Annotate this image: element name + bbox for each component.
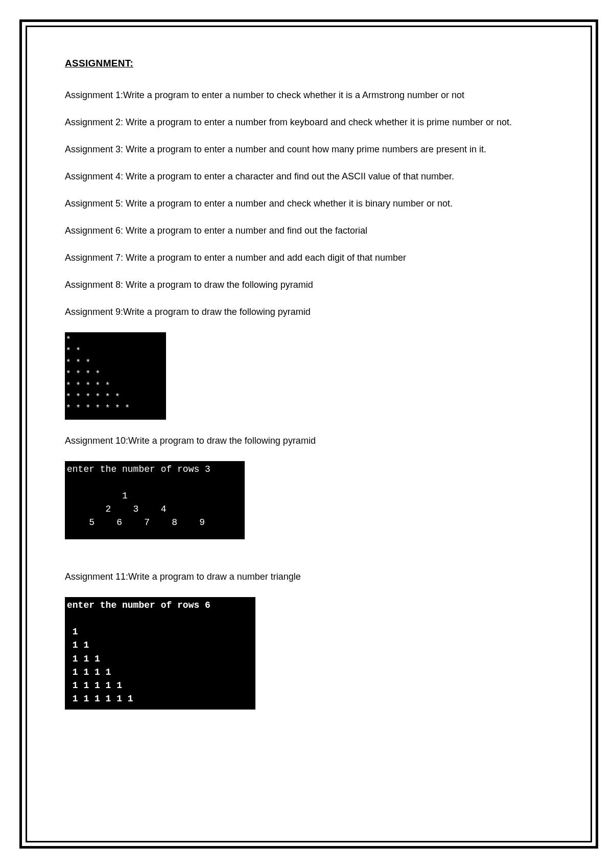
document-content: ASSIGNMENT: Assignment 1:Write a program… xyxy=(65,58,548,724)
assignment-10: Assignment 10:Write a program to draw th… xyxy=(65,434,548,448)
code-output-star-pyramid: * * * * * * * * * * * * * * * * * * * * … xyxy=(65,332,166,420)
assignment-5: Assignment 5: Write a program to enter a… xyxy=(65,197,548,211)
assignment-1: Assignment 1:Write a program to enter a … xyxy=(65,88,548,102)
assignment-11: Assignment 11:Write a program to draw a … xyxy=(65,570,548,584)
code-output-number-pyramid: enter the number of rows 3 1 2 3 4 5 6 7… xyxy=(65,461,245,539)
assignment-7: Assignment 7: Write a program to enter a… xyxy=(65,251,548,265)
assignment-3: Assignment 3: Write a program to enter a… xyxy=(65,143,548,156)
page-heading: ASSIGNMENT: xyxy=(65,58,548,69)
assignment-6: Assignment 6: Write a program to enter a… xyxy=(65,224,548,238)
assignment-4: Assignment 4: Write a program to enter a… xyxy=(65,170,548,184)
assignment-8: Assignment 8: Write a program to draw th… xyxy=(65,278,548,292)
assignment-2: Assignment 2: Write a program to enter a… xyxy=(65,116,548,129)
assignment-9: Assignment 9:Write a program to draw the… xyxy=(65,305,548,319)
code-output-number-triangle: enter the number of rows 6 1 1 1 1 1 1 1… xyxy=(65,597,255,710)
